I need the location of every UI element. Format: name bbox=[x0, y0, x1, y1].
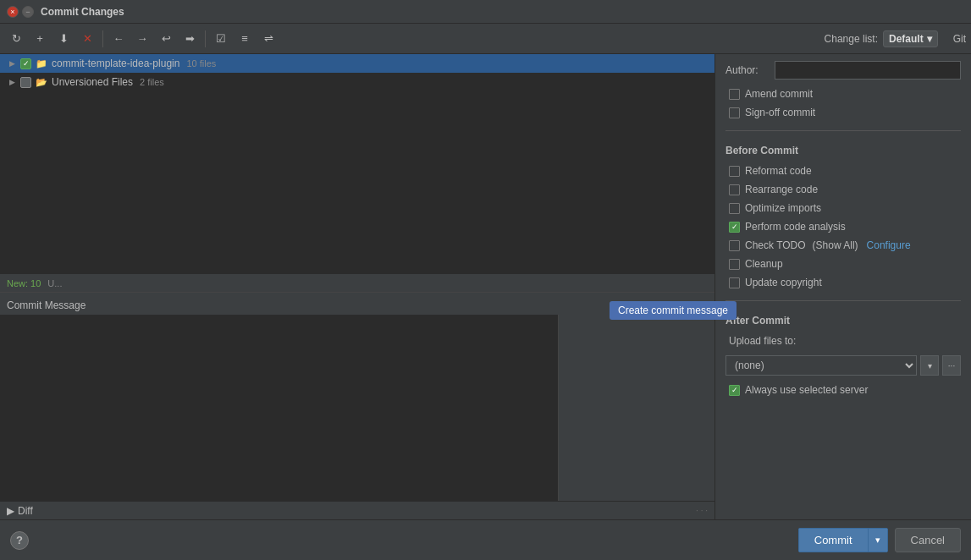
folder-unversioned-icon: 📂 bbox=[35, 75, 48, 89]
bottom-bar: ? Commit ▾ Cancel bbox=[0, 519, 971, 560]
tree-row-plugin[interactable]: ▶ ✓ 📁 commit-template-idea-plugin 10 fil… bbox=[0, 54, 714, 73]
right-panel: Author: Amend commit Sign-off commit Bef… bbox=[715, 54, 971, 519]
always-use-server-checkbox[interactable]: ✓ bbox=[729, 385, 740, 396]
upload-select[interactable]: (none) bbox=[725, 355, 917, 376]
toolbar-sort-btn[interactable]: ⇌ bbox=[257, 28, 279, 50]
reformat-code-label: Reformat code bbox=[745, 165, 812, 177]
tree-label-plugin: commit-template-idea-plugin bbox=[52, 58, 179, 69]
bottom-right: Commit ▾ Cancel bbox=[798, 528, 961, 552]
amend-commit-checkbox[interactable] bbox=[729, 89, 740, 100]
commit-area: Commit Message ⊡ ↗ bbox=[0, 292, 714, 501]
sign-off-row[interactable]: Sign-off commit bbox=[725, 107, 961, 118]
tree-count-unversioned: 2 files bbox=[140, 77, 164, 87]
cancel-button[interactable]: Cancel bbox=[895, 528, 961, 552]
tree-count-plugin: 10 files bbox=[186, 58, 216, 69]
perform-analysis-checkbox[interactable]: ✓ bbox=[729, 222, 740, 233]
commit-msg-sidebar bbox=[559, 315, 714, 501]
diff-bar[interactable]: ▶ Diff · · · bbox=[0, 501, 714, 519]
tree-label-unversioned: Unversioned Files bbox=[52, 76, 133, 88]
diff-label: Diff bbox=[18, 505, 33, 517]
tree-checkbox-unversioned[interactable] bbox=[20, 77, 31, 88]
optimize-imports-row[interactable]: Optimize imports bbox=[725, 202, 961, 214]
reformat-code-checkbox[interactable] bbox=[729, 166, 740, 177]
commit-button-group: Commit ▾ bbox=[798, 528, 888, 552]
commit-message-input[interactable] bbox=[0, 315, 559, 501]
change-list-label: Change list: bbox=[825, 33, 878, 45]
tree-checkbox-plugin[interactable]: ✓ bbox=[20, 58, 31, 69]
update-copyright-row[interactable]: Update copyright bbox=[725, 277, 961, 288]
upload-files-label-row: Upload files to: bbox=[725, 335, 961, 347]
status-new: New: 10 bbox=[7, 278, 41, 288]
after-commit-title: After Commit bbox=[725, 315, 961, 327]
change-list-value: Default bbox=[889, 33, 924, 45]
tree-expand-unversioned-icon[interactable]: ▶ bbox=[7, 78, 17, 86]
cleanup-row[interactable]: Cleanup bbox=[725, 258, 961, 270]
cleanup-label: Cleanup bbox=[745, 258, 783, 270]
perform-analysis-row[interactable]: ✓ Perform code analysis bbox=[725, 221, 961, 233]
amend-commit-row[interactable]: Amend commit bbox=[725, 88, 961, 100]
folder-icon: 📁 bbox=[35, 57, 48, 70]
toolbar-apply-btn[interactable]: ➡ bbox=[179, 28, 201, 50]
tree-row-unversioned[interactable]: ▶ 📂 Unversioned Files 2 files bbox=[0, 73, 714, 91]
check-todo-show-all: (Show All) bbox=[813, 239, 858, 251]
toolbar-separator-2 bbox=[205, 30, 206, 47]
rearrange-code-row[interactable]: Rearrange code bbox=[725, 184, 961, 195]
rearrange-code-checkbox[interactable] bbox=[729, 184, 740, 195]
toolbar-check-btn[interactable]: ☑ bbox=[210, 28, 232, 50]
change-list-dropdown[interactable]: Default ▾ bbox=[883, 30, 938, 47]
toolbar-list-btn[interactable]: ≡ bbox=[234, 28, 256, 50]
status-updated: U... bbox=[47, 278, 62, 288]
title-bar-controls[interactable]: × − bbox=[7, 6, 34, 18]
divider-1 bbox=[725, 130, 961, 131]
author-input[interactable] bbox=[775, 61, 961, 80]
upload-dropdown-btn[interactable]: ▾ bbox=[920, 355, 939, 376]
perform-analysis-label: Perform code analysis bbox=[745, 221, 846, 233]
sign-off-checkbox[interactable] bbox=[729, 107, 740, 118]
bottom-left: ? bbox=[10, 531, 29, 550]
git-label: Git bbox=[953, 33, 966, 45]
check-todo-configure-link[interactable]: Configure bbox=[867, 239, 911, 251]
always-use-server-label: Always use selected server bbox=[745, 384, 868, 396]
toolbar-download-btn[interactable]: ⬇ bbox=[52, 28, 74, 50]
author-label: Author: bbox=[725, 64, 768, 76]
divider-2 bbox=[725, 300, 961, 301]
change-list-arrow-icon: ▾ bbox=[927, 33, 932, 45]
commit-dropdown-button[interactable]: ▾ bbox=[868, 528, 888, 552]
before-commit-title: Before Commit bbox=[725, 145, 961, 156]
check-todo-checkbox[interactable] bbox=[729, 240, 740, 251]
change-list-area: Change list: Default ▾ Git bbox=[825, 30, 966, 47]
reformat-code-row[interactable]: Reformat code bbox=[725, 165, 961, 177]
title-bar: × − Commit Changes bbox=[0, 0, 971, 24]
toolbar-undo-btn[interactable]: ↩ bbox=[155, 28, 177, 50]
toolbar-add-btn[interactable]: + bbox=[29, 28, 51, 50]
always-use-server-row[interactable]: ✓ Always use selected server bbox=[725, 384, 961, 396]
optimize-imports-label: Optimize imports bbox=[745, 202, 821, 214]
commit-button[interactable]: Commit bbox=[798, 528, 868, 552]
cleanup-checkbox[interactable] bbox=[729, 259, 740, 270]
tree-expand-icon[interactable]: ▶ bbox=[7, 59, 17, 68]
diff-expand-icon: ▶ bbox=[7, 505, 14, 517]
optimize-imports-checkbox[interactable] bbox=[729, 203, 740, 214]
check-todo-row[interactable]: Check TODO (Show All) Configure bbox=[725, 239, 961, 251]
update-copyright-checkbox[interactable] bbox=[729, 277, 740, 288]
toolbar-remove-btn[interactable]: ✕ bbox=[76, 28, 98, 50]
file-tree: ▶ ✓ 📁 commit-template-idea-plugin 10 fil… bbox=[0, 54, 714, 273]
author-row: Author: bbox=[725, 61, 961, 80]
upload-files-label: Upload files to: bbox=[729, 335, 796, 347]
sign-off-label: Sign-off commit bbox=[745, 107, 815, 118]
diff-separator-dots: · · · bbox=[696, 506, 708, 515]
toolbar-separator-1 bbox=[102, 30, 103, 47]
commit-msg-label: Commit Message bbox=[7, 299, 86, 311]
close-button[interactable]: × bbox=[7, 6, 19, 18]
status-bar: New: 10 U... bbox=[0, 273, 714, 292]
rearrange-code-label: Rearrange code bbox=[745, 184, 818, 195]
toolbar-refresh-btn[interactable]: ↻ bbox=[5, 28, 27, 50]
upload-settings-btn[interactable]: ··· bbox=[942, 355, 961, 376]
toolbar-prev-btn[interactable]: ← bbox=[108, 28, 130, 50]
create-commit-tooltip: Create commit message bbox=[610, 301, 737, 320]
window-title: Commit Changes bbox=[41, 6, 124, 18]
toolbar-next-btn[interactable]: → bbox=[131, 28, 153, 50]
minimize-button[interactable]: − bbox=[22, 6, 34, 18]
toolbar: ↻ + ⬇ ✕ ← → ↩ ➡ ☑ ≡ ⇌ Change list: Defau… bbox=[0, 24, 971, 54]
help-button[interactable]: ? bbox=[10, 531, 29, 550]
